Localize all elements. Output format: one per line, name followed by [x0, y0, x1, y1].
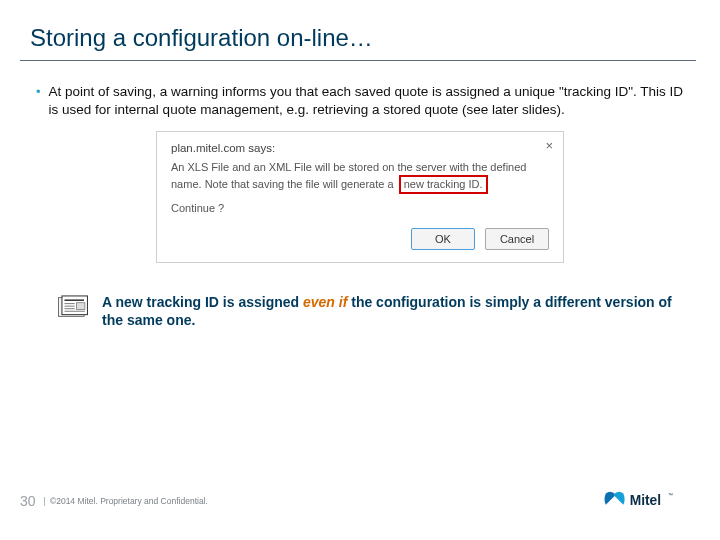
dialog-highlight-box: new tracking ID. — [399, 175, 488, 194]
bullet-marker: • — [36, 83, 49, 119]
cancel-button[interactable]: Cancel — [485, 228, 549, 250]
slide-title: Storing a configuration on-line… — [0, 0, 720, 60]
dialog-host-label: plan.mitel.com says: — [171, 142, 549, 154]
dialog-message: An XLS File and an XML File will be stor… — [171, 160, 549, 194]
browser-confirm-dialog: × plan.mitel.com says: An XLS File and a… — [156, 131, 564, 263]
ok-button[interactable]: OK — [411, 228, 475, 250]
bullet-item: • At point of saving, a warning informs … — [0, 61, 720, 119]
slide: Storing a configuration on-line… • At po… — [0, 0, 720, 540]
bullet-text: At point of saving, a warning informs yo… — [49, 83, 684, 119]
svg-text:™: ™ — [668, 492, 673, 498]
note-pre: A new tracking ID is assigned — [102, 294, 303, 310]
dialog-button-row: OK Cancel — [171, 228, 549, 250]
page-number: 30 — [20, 493, 36, 509]
copyright-text: ©2014 Mitel. Proprietary and Confidentia… — [50, 496, 208, 506]
dialog-continue-text: Continue ? — [171, 202, 549, 214]
note-text: A new tracking ID is assigned even if th… — [102, 293, 680, 329]
dialog-screenshot: × plan.mitel.com says: An XLS File and a… — [0, 119, 720, 263]
svg-rect-6 — [76, 303, 85, 310]
note-emphasis: even if — [303, 294, 347, 310]
slide-footer: 30 | ©2014 Mitel. Proprietary and Confid… — [0, 488, 720, 514]
mitel-logo-icon: Mitel ™ — [602, 488, 690, 514]
footer-separator: | — [44, 496, 46, 506]
mitel-logo: Mitel ™ — [602, 488, 690, 514]
logo-text: Mitel — [630, 492, 661, 508]
note-callout: A new tracking ID is assigned even if th… — [0, 263, 720, 329]
close-icon[interactable]: × — [545, 138, 553, 153]
newspaper-icon — [56, 293, 90, 321]
